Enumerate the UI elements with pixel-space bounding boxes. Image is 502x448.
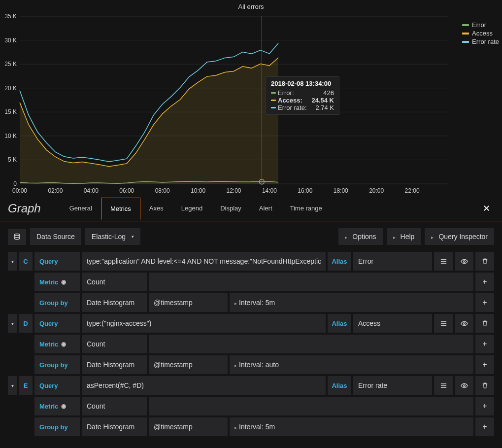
add-groupby-button[interactable]: + [475,417,494,436]
groupby-field-select[interactable]: @timestamp [149,417,228,436]
metric-select[interactable]: Count [82,335,147,353]
tab-general[interactable]: General [61,198,101,219]
metric-extra[interactable] [149,335,473,353]
legend-label: Error [472,21,486,29]
eye-icon[interactable]: ◉ [61,278,66,285]
svg-text:14:00: 14:00 [262,187,277,194]
chart-legend: ErrorAccessError rate [462,21,499,46]
alias-input-wrap[interactable] [353,252,432,271]
query-collapse-toggle[interactable]: ▾ [8,252,17,271]
chart-area[interactable]: 05 K10 K15 K20 K25 K30 K35 K00:0002:0004… [0,12,502,196]
add-metric-button[interactable]: + [475,273,494,291]
metric-select[interactable]: Count [82,273,147,291]
eye-icon[interactable]: ◉ [61,341,66,347]
tab-display[interactable]: Display [211,198,250,219]
alias-label: Alias [328,376,351,395]
query-input[interactable] [87,319,321,327]
query-delete-button[interactable] [475,314,494,333]
svg-point-38 [463,322,465,324]
groupby-type-select[interactable]: Date Histogram [82,293,147,312]
query-delete-button[interactable] [475,252,494,271]
add-groupby-button[interactable]: + [475,355,494,374]
svg-text:20:00: 20:00 [369,187,384,194]
query-id[interactable]: E [19,376,33,395]
groupby-field-select[interactable]: @timestamp [149,293,228,312]
query-toolbar: Data Source Elastic-Log▾ Options Help Qu… [0,221,502,252]
groupby-interval[interactable]: Interval: 5m [230,293,473,312]
groupby-interval[interactable]: Interval: 5m [230,417,473,436]
svg-text:06:00: 06:00 [119,187,134,194]
tab-legend[interactable]: Legend [172,198,211,219]
add-metric-button[interactable]: + [475,397,494,415]
alias-input[interactable] [358,257,427,265]
hamburger-icon [440,258,447,265]
query-input-wrap[interactable] [82,376,326,395]
metric-extra[interactable] [149,397,473,415]
hamburger-icon [440,320,447,327]
metric-label: Metric◉ [34,335,80,353]
query-label: Query [34,376,80,395]
tab-alert[interactable]: Alert [250,198,281,219]
tooltip-time: 2018-02-08 13:34:00 [271,80,334,87]
query-toggle-visibility[interactable] [455,376,473,395]
svg-text:10:00: 10:00 [191,187,205,194]
tooltip-row: Access:24.54 K [271,97,334,104]
query-id[interactable]: D [19,314,33,333]
query-collapse-toggle[interactable]: ▾ [8,314,17,333]
query-input[interactable] [87,257,321,265]
svg-text:25 K: 25 K [4,61,17,68]
legend-item[interactable]: Error [462,21,499,29]
metric-select[interactable]: Count [82,397,147,415]
add-metric-button[interactable]: + [475,335,494,353]
query-id[interactable]: C [19,252,33,271]
legend-item[interactable]: Error rate [462,38,499,45]
options-button[interactable]: Options [338,228,382,245]
query-input-wrap[interactable] [82,314,326,333]
tab-time-range[interactable]: Time range [281,198,331,219]
svg-text:02:00: 02:00 [48,187,63,194]
tab-axes[interactable]: Axes [140,198,172,219]
query-input-wrap[interactable] [82,252,326,271]
legend-item[interactable]: Access [462,30,499,37]
groupby-type-select[interactable]: Date Histogram [82,355,147,374]
chart-title: All errors [0,3,502,10]
trash-icon [481,382,489,389]
svg-text:0: 0 [13,180,17,187]
query-menu-button[interactable] [434,252,453,271]
svg-text:04:00: 04:00 [84,187,99,194]
query-delete-button[interactable] [475,376,494,395]
datasource-label: Data Source [30,228,81,245]
svg-text:30 K: 30 K [4,37,17,44]
alias-input[interactable] [358,319,427,327]
legend-swatch [462,33,469,34]
datasource-select[interactable]: Elastic-Log▾ [85,228,140,245]
alias-input[interactable] [358,381,427,389]
query-menu-button[interactable] [434,376,453,395]
query-collapse-toggle[interactable]: ▾ [8,376,17,395]
groupby-label: Group by [34,355,80,374]
hamburger-icon [440,382,447,389]
groupby-field-select[interactable]: @timestamp [149,355,228,374]
metric-extra[interactable] [149,273,473,291]
eye-icon[interactable]: ◉ [61,403,66,410]
svg-text:5 K: 5 K [8,156,17,163]
query-toggle-visibility[interactable] [455,252,473,271]
svg-text:35 K: 35 K [4,13,17,20]
groupby-type-select[interactable]: Date Histogram [82,417,147,436]
query-menu-button[interactable] [434,314,453,333]
close-icon[interactable]: ✕ [479,199,494,218]
query-input[interactable] [87,381,321,389]
query-toggle-visibility[interactable] [455,314,473,333]
svg-text:12:00: 12:00 [226,187,241,194]
help-button[interactable]: Help [387,228,421,245]
alias-input-wrap[interactable] [353,314,432,333]
groupby-interval[interactable]: Interval: auto [230,355,473,374]
editor-tabs: Graph GeneralMetricsAxesLegendDisplayAle… [0,196,502,221]
caret-down-icon: ▾ [132,234,134,239]
query-inspector-button[interactable]: Query Inspector [425,228,494,245]
tab-metrics[interactable]: Metrics [101,198,140,220]
alias-input-wrap[interactable] [353,376,432,395]
datasource-icon-button[interactable] [8,229,26,245]
add-groupby-button[interactable]: + [475,293,494,312]
svg-text:15 K: 15 K [4,108,17,115]
